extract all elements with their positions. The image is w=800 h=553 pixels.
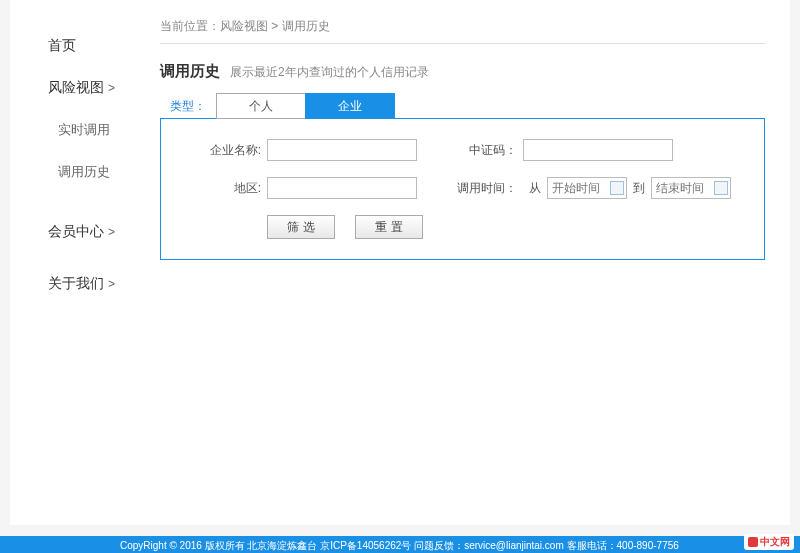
page-subtitle: 展示最近2年内查询过的个人信用记录: [230, 64, 429, 81]
calendar-icon: [610, 181, 624, 195]
tab-enterprise[interactable]: 企业: [305, 93, 395, 119]
nav-label: 风险视图: [48, 79, 104, 95]
from-label: 从: [529, 180, 541, 197]
start-date-input[interactable]: [552, 181, 610, 195]
company-input[interactable]: [267, 139, 417, 161]
filter-button[interactable]: 筛 选: [267, 215, 335, 239]
main-content: 当前位置：风险视图 > 调用历史 调用历史 展示最近2年内查询过的个人信用记录 …: [160, 0, 790, 525]
badge-text: 中文网: [760, 535, 790, 549]
badge-icon: [748, 537, 758, 547]
chevron-right-icon: >: [108, 225, 115, 239]
end-date-input[interactable]: [656, 181, 714, 195]
nav-realtime-call[interactable]: 实时调用: [10, 109, 160, 151]
filter-form: 企业名称: 中证码： 地区: 调用时间： 从 到: [160, 118, 765, 260]
breadcrumb-sep: >: [268, 19, 282, 33]
nav-label: 实时调用: [58, 122, 110, 137]
nav-label: 调用历史: [58, 164, 110, 179]
time-label: 调用时间：: [447, 180, 517, 197]
breadcrumb-prefix: 当前位置：: [160, 19, 220, 33]
nav-label: 关于我们: [48, 275, 104, 291]
chevron-right-icon: >: [108, 81, 115, 95]
breadcrumb-current: 调用历史: [282, 19, 330, 33]
nav-riskview[interactable]: 风险视图>: [10, 67, 160, 109]
company-label: 企业名称:: [171, 142, 261, 159]
type-label: 类型：: [170, 98, 206, 115]
end-date-picker[interactable]: [651, 177, 731, 199]
to-label: 到: [633, 180, 645, 197]
page-title: 调用历史: [160, 62, 220, 81]
site-badge[interactable]: 中文网: [744, 534, 794, 550]
nav-home[interactable]: 首页: [10, 25, 160, 67]
zzcode-input[interactable]: [523, 139, 673, 161]
chevron-right-icon: >: [108, 277, 115, 291]
region-input[interactable]: [267, 177, 417, 199]
nav-call-history[interactable]: 调用历史: [10, 151, 160, 193]
start-date-picker[interactable]: [547, 177, 627, 199]
region-label: 地区:: [171, 180, 261, 197]
footer-text: CopyRight © 2016 版权所有 北京海淀炼鑫台 京ICP备14056…: [120, 540, 679, 551]
nav-about-us[interactable]: 关于我们>: [10, 263, 160, 305]
sidebar: 首页 风险视图> 实时调用 调用历史 会员中心> 关于我们>: [10, 0, 160, 525]
tab-personal[interactable]: 个人: [216, 93, 306, 119]
nav-label: 首页: [48, 37, 76, 53]
calendar-icon: [714, 181, 728, 195]
footer: CopyRight © 2016 版权所有 北京海淀炼鑫台 京ICP备14056…: [0, 536, 800, 553]
breadcrumb: 当前位置：风险视图 > 调用历史: [160, 18, 765, 43]
nav-label: 会员中心: [48, 223, 104, 239]
nav-member-center[interactable]: 会员中心>: [10, 211, 160, 253]
zzcode-label: 中证码：: [447, 142, 517, 159]
reset-button[interactable]: 重 置: [355, 215, 423, 239]
breadcrumb-riskview[interactable]: 风险视图: [220, 19, 268, 33]
